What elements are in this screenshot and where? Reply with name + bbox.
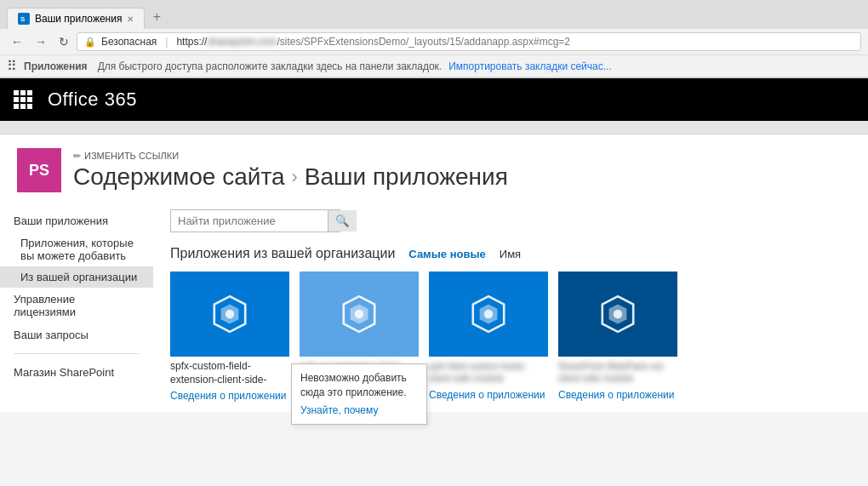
- sidebar-item-apps-you-can-add[interactable]: Приложения, которые вы можете добавить: [0, 232, 153, 266]
- sidebar-item-your-requests[interactable]: Ваши запросы: [0, 323, 153, 346]
- app-link-3[interactable]: Сведения о приложении: [429, 389, 548, 401]
- refresh-button[interactable]: ↻: [54, 33, 73, 50]
- page-title-area: ✏ ИЗМЕНИТЬ ССЫЛКИ Содержимое сайта › Ваш…: [73, 151, 508, 191]
- svg-text:S: S: [20, 15, 26, 23]
- edit-links-button[interactable]: ✏ ИЗМЕНИТЬ ССЫЛКИ: [73, 151, 508, 162]
- browser-chrome: S Ваши приложения ✕ + ← → ↻ 🔒 Безопасная…: [0, 0, 868, 78]
- svg-point-4: [226, 310, 234, 318]
- domain-blurred: sharepoint.com: [207, 36, 277, 48]
- page-content: PS ✏ ИЗМЕНИТЬ ССЫЛКИ Содержимое сайта › …: [0, 134, 868, 412]
- sidebar-item-from-org[interactable]: Из вашей организации: [0, 266, 153, 288]
- avatar: PS: [17, 148, 61, 192]
- forward-button[interactable]: →: [31, 33, 51, 50]
- page-header: PS ✏ ИЗМЕНИТЬ ССЫЛКИ Содержимое сайта › …: [0, 134, 868, 199]
- address-bar-row: ← → ↻ 🔒 Безопасная | https://sharepoint.…: [0, 29, 868, 55]
- edit-links-label: ИЗМЕНИТЬ ССЫЛКИ: [84, 151, 179, 161]
- content-area: 🔍 Приложения из вашей организации Самые …: [153, 199, 868, 412]
- sidebar-item-your-apps[interactable]: Ваши приложения: [0, 209, 153, 232]
- address-domain: https://sharepoint.com/sites/SPFxExtensi…: [176, 36, 570, 48]
- app-name-4: SharePoint WebParts ext client side modu…: [558, 360, 677, 386]
- search-button[interactable]: 🔍: [328, 210, 357, 232]
- section-header: Приложения из вашей организации Самые но…: [170, 246, 851, 261]
- app-icon-1: [170, 272, 289, 357]
- tab-title: Ваши приложения: [35, 13, 122, 25]
- lock-icon: 🔒: [84, 37, 96, 48]
- svg-point-7: [355, 310, 363, 318]
- import-bookmarks-link[interactable]: Импортировать закладки сейчас...: [448, 60, 612, 72]
- app-tile-1: spfx-custom-field-extension-client-side-…: [170, 272, 289, 402]
- breadcrumb: Содержимое сайта › Ваши приложения: [73, 163, 508, 191]
- sidebar-item-sharepoint-store[interactable]: Магазин SharePoint: [0, 361, 153, 384]
- section-title: Приложения из вашей организации: [170, 246, 395, 261]
- app-link-4[interactable]: Сведения о приложении: [558, 389, 677, 401]
- app-icon-4: [558, 272, 677, 357]
- sidebar-item-manage-licenses[interactable]: Управление лицензиями: [0, 288, 153, 323]
- app-tile-4: SharePoint WebParts ext client side modu…: [558, 272, 677, 402]
- new-tab-button[interactable]: +: [145, 5, 168, 29]
- sort-name-label[interactable]: Имя: [500, 248, 521, 260]
- app-name-1: spfx-custom-field-extension-client-side-: [170, 360, 289, 386]
- tooltip-text: Невозможно добавить сюда это приложение.: [300, 372, 407, 398]
- tab-bar: S Ваши приложения ✕ +: [0, 0, 868, 29]
- tab-close-button[interactable]: ✕: [127, 14, 134, 24]
- apps-grid: spfx-custom-field-extension-client-side-…: [170, 272, 851, 402]
- app-name-3: spfx field custom footer client side mod…: [429, 360, 548, 386]
- office-header: Office 365: [0, 78, 868, 121]
- sort-newest-link[interactable]: Самые новые: [408, 248, 485, 260]
- svg-point-10: [484, 310, 493, 318]
- breadcrumb-current: Ваши приложения: [305, 163, 508, 191]
- tooltip-popup: Невозможно добавить сюда это приложение.…: [291, 363, 427, 425]
- svg-point-13: [614, 310, 622, 318]
- app-icon-2: [300, 272, 419, 357]
- app-tile-3: spfx field custom footer client side mod…: [429, 272, 548, 402]
- secure-label: Безопасная: [101, 36, 157, 48]
- url-separator: |: [165, 36, 168, 48]
- app-icon-3: [429, 272, 548, 357]
- sidebar: Ваши приложения Приложения, которые вы м…: [0, 199, 153, 412]
- apps-grid-icon: ⠿: [7, 58, 17, 74]
- tooltip-learn-link[interactable]: Узнайте, почему: [300, 403, 418, 418]
- address-bar[interactable]: 🔒 Безопасная | https://sharepoint.com/si…: [77, 32, 861, 51]
- app-link-1[interactable]: Сведения о приложении: [170, 390, 289, 402]
- waffle-icon[interactable]: [14, 90, 32, 109]
- gray-separator: [0, 121, 868, 134]
- back-button[interactable]: ←: [7, 33, 27, 50]
- bookmarks-bar: ⠿ Приложения Для быстрого доступа распол…: [0, 55, 868, 77]
- pencil-icon: ✏: [73, 151, 81, 162]
- main-layout: Ваши приложения Приложения, которые вы м…: [0, 199, 868, 412]
- bookmarks-hint: Для быстрого доступа расположите закладк…: [98, 60, 443, 72]
- app-tile-2: spfx ext extension client side module Не…: [300, 272, 419, 402]
- active-tab[interactable]: S Ваши приложения ✕: [7, 8, 145, 29]
- search-bar: 🔍: [170, 209, 340, 232]
- bookmarks-apps-label: Приложения: [24, 60, 88, 72]
- sidebar-divider: [14, 353, 140, 354]
- breadcrumb-separator: ›: [292, 166, 298, 188]
- office-title: Office 365: [48, 89, 137, 111]
- breadcrumb-parent[interactable]: Содержимое сайта: [73, 163, 285, 191]
- tab-favicon: S: [18, 13, 30, 25]
- search-input[interactable]: [171, 210, 328, 232]
